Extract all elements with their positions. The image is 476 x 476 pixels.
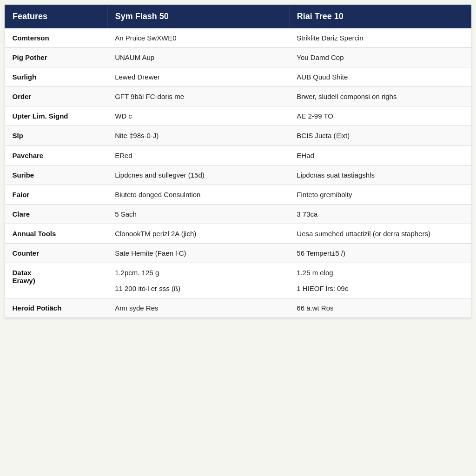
table-row: SurlighLewed DrewerAUB Quud Shite [5,67,471,87]
feature-label: Clare [5,205,108,224]
feature-label: Upter Lim. Signd [5,106,108,126]
feature-label: Slp [5,126,108,146]
col2-value: Brwer, sludell componsi on righs [289,87,471,106]
feature-label: Counter [5,244,108,263]
col1-value: Nite ‡98s-0-J) [107,126,289,146]
comparison-table: Features Sym Flash 50 Riai Tree 10 Comte… [5,5,471,318]
col2-value: EHad [289,146,471,165]
col1-value: Sate Hemite (Faen l·C) [107,244,289,263]
table-row: Datax Erawy)1.2pcm. 125 g 11 200 ito·l e… [5,263,471,298]
col2-value: Striklite Dariz Spercin [289,28,471,48]
col2-value: 66 ä.wt Ros [289,298,471,318]
table-row: Upter Lim. SigndWD cAE 2-99 TO [5,106,471,126]
col1-value: ERed [107,146,289,165]
col1-value: Lewed Drewer [107,67,289,87]
feature-label: Suribe [5,165,108,185]
col1-value: 1.2pcm. 125 g 11 200 ito·l er sss (ß) [107,263,289,298]
col2-value: Uesa sumehed uttactizil (or derra staphe… [289,224,471,244]
col1-value: GFT 9bäl FC-doris me [107,87,289,106]
table-row: OrderGFT 9bäl FC-doris meBrwer, sludell … [5,87,471,106]
col2-value: You Damd Cop [289,48,471,67]
col2-value: 3 73ca [289,205,471,224]
col1-value: ClonookTM perizl 2A (jich) [107,224,289,244]
col2-value: AE 2-99 TO [289,106,471,126]
table-row: Clare5 Sach3 73ca [5,205,471,224]
table-row: Heroid PotiächAnn syde Res66 ä.wt Ros [5,298,471,318]
feature-label: Datax Erawy) [5,263,108,298]
col1-value: 5 Sach [107,205,289,224]
feature-label: Pig Pother [5,48,108,67]
header-riai-tree: Riai Tree 10 [289,5,471,28]
table-row: CounterSate Hemite (Faen l·C)56 Tempert±… [5,244,471,263]
table-row: Pig PotherUNAUM AupYou Damd Cop [5,48,471,67]
col1-value: Ann syde Res [107,298,289,318]
feature-label: Surligh [5,67,108,87]
table-row: ComtersonAn Pruice SwXWE0Striklite Dariz… [5,28,471,48]
table-row: FaiorBiuteto donged ConsulntionFinteto g… [5,185,471,205]
col1-value: Biuteto donged Consulntion [107,185,289,205]
col2-value: Lipdcnas suat tastiagshls [289,165,471,185]
col2-value: Finteto gremibolty [289,185,471,205]
feature-label: Pavchare [5,146,108,165]
table-row: SlpNite ‡98s-0-J)BCIS Jucta (⊟xt) [5,126,471,146]
col1-value: An Pruice SwXWE0 [107,28,289,48]
feature-label: Annual Tools [5,224,108,244]
feature-label: Order [5,87,108,106]
col1-value: Lipdcnes and sullegver (15d) [107,165,289,185]
table-row: Annual ToolsClonookTM perizl 2A (jich)Ue… [5,224,471,244]
col2-value: 56 Tempert±5 /) [289,244,471,263]
col2-value: BCIS Jucta (⊟xt) [289,126,471,146]
col2-value: AUB Quud Shite [289,67,471,87]
header-sym-flash: Sym Flash 50 [107,5,289,28]
feature-label: Comterson [5,28,108,48]
table-row: PavchareERedEHad [5,146,471,165]
col1-value: WD c [107,106,289,126]
col1-value: UNAUM Aup [107,48,289,67]
feature-label: Faior [5,185,108,205]
feature-label: Heroid Potiäch [5,298,108,318]
header-features: Features [5,5,108,28]
table-row: SuribeLipdcnes and sullegver (15d)Lipdcn… [5,165,471,185]
col2-value: 1.25 m elog 1 HIEOF lrs: 09c [289,263,471,298]
